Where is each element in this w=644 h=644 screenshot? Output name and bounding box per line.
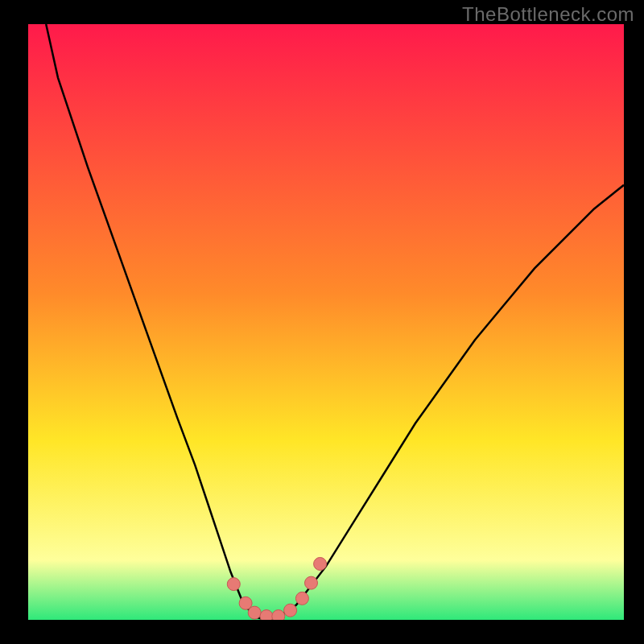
bottleneck-curve-chart xyxy=(28,24,624,620)
chart-root: TheBottleneck.com xyxy=(0,0,644,644)
curve-marker xyxy=(295,592,308,605)
curve-marker xyxy=(248,606,261,619)
curve-marker xyxy=(260,610,273,620)
curve-marker xyxy=(314,557,327,570)
plot-area xyxy=(28,24,624,620)
curve-marker xyxy=(272,610,285,620)
curve-marker xyxy=(305,576,318,589)
gradient-background xyxy=(28,24,624,620)
watermark-text: TheBottleneck.com xyxy=(462,3,634,26)
curve-marker xyxy=(227,578,240,591)
curve-marker xyxy=(284,604,297,617)
